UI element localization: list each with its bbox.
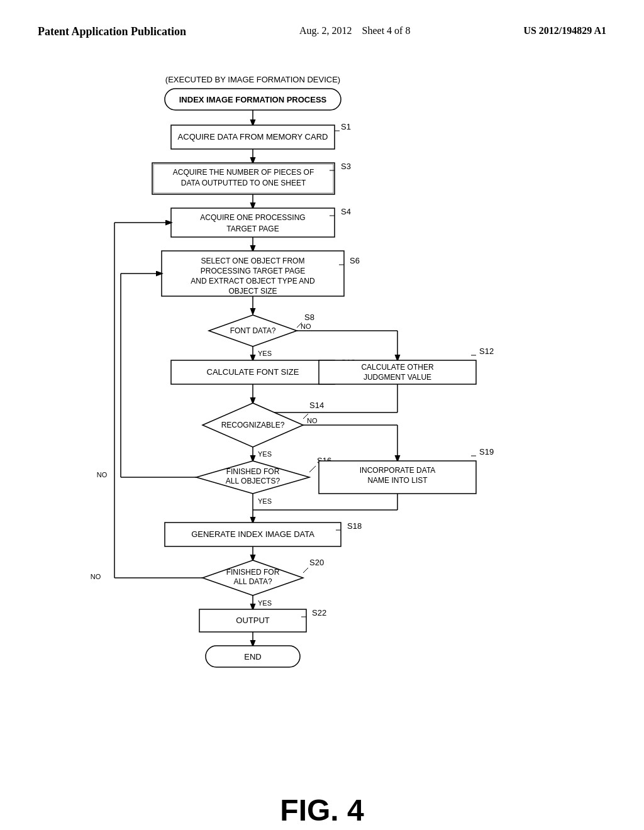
s20-no-label: NO bbox=[91, 573, 101, 580]
s4-label-line2: TARGET PAGE bbox=[226, 224, 279, 233]
s4-step-label: S4 bbox=[341, 207, 351, 216]
figure-label: FIG. 4 bbox=[0, 793, 644, 827]
s14-yes-label: YES bbox=[258, 450, 272, 458]
publication-title: Patent Application Publication bbox=[38, 25, 186, 38]
publication-date: Aug. 2, 2012 bbox=[299, 25, 352, 36]
end-label: END bbox=[244, 652, 261, 661]
s6-label-line2: PROCESSING TARGET PAGE bbox=[201, 267, 305, 275]
s19-label-line1: INCORPORATE DATA bbox=[360, 466, 436, 475]
s8-no-label: NO bbox=[301, 323, 311, 330]
s19-label-line2: NAME INTO LIST bbox=[367, 476, 428, 485]
s14-label: RECOGNIZABLE? bbox=[221, 421, 285, 429]
s6-label-line4: OBJECT SIZE bbox=[228, 287, 277, 296]
flowchart-diagram: (EXECUTED BY IMAGE FORMATION DEVICE) IND… bbox=[0, 51, 644, 780]
s8-label: FONT DATA? bbox=[230, 326, 276, 335]
s20-step-label: S20 bbox=[309, 558, 324, 567]
s22-step-label: S22 bbox=[312, 608, 326, 617]
s19-step-label: S19 bbox=[479, 447, 494, 456]
s20-label-line1: FINISHED FOR bbox=[226, 568, 280, 577]
s6-step-label: S6 bbox=[350, 256, 360, 265]
s10-label: CALCULATE FONT SIZE bbox=[207, 367, 299, 377]
title-note: (EXECUTED BY IMAGE FORMATION DEVICE) bbox=[165, 75, 340, 84]
s6-label-line3: AND EXTRACT OBJECT TYPE AND bbox=[191, 277, 315, 285]
s3-label-line2: DATA OUTPUTTED TO ONE SHEET bbox=[181, 179, 306, 187]
s14-no-label: NO bbox=[307, 417, 318, 424]
s20-step-line bbox=[303, 568, 308, 573]
s3-label-line1: ACQUIRE THE NUMBER OF PIECES OF bbox=[173, 168, 314, 177]
header-date-sheet: Aug. 2, 2012 Sheet 4 of 8 bbox=[299, 25, 410, 36]
s16-no-label: NO bbox=[97, 471, 108, 479]
s16-label-line1: FINISHED FOR bbox=[226, 467, 280, 476]
s3-step-label: S3 bbox=[341, 162, 351, 171]
flowchart-svg: (EXECUTED BY IMAGE FORMATION DEVICE) IND… bbox=[39, 64, 605, 768]
s12-label-line1: CALCULATE OTHER bbox=[361, 363, 433, 372]
title-box-label: INDEX IMAGE FORMATION PROCESS bbox=[179, 95, 327, 104]
s22-label: OUTPUT bbox=[236, 616, 270, 625]
sheet-info: Sheet 4 of 8 bbox=[362, 25, 411, 36]
s20-label-line2: ALL DATA? bbox=[233, 577, 272, 586]
s16-label-line2: ALL OBJECTS? bbox=[226, 477, 280, 485]
s12-label-line2: JUDGMENT VALUE bbox=[364, 373, 431, 382]
s1-label: ACQUIRE DATA FROM MEMORY CARD bbox=[178, 132, 328, 141]
s18-step-label: S18 bbox=[347, 521, 362, 531]
s14-step-label: S14 bbox=[309, 401, 324, 410]
patent-number: US 2012/194829 A1 bbox=[523, 25, 606, 36]
s12-step-label: S12 bbox=[479, 346, 494, 356]
s16-step-line bbox=[309, 466, 316, 472]
s4-label-line1: ACQUIRE ONE PROCESSING bbox=[200, 213, 305, 222]
s1-step-label: S1 bbox=[341, 122, 351, 131]
s16-yes-label: YES bbox=[258, 497, 272, 505]
s8-yes-label: YES bbox=[258, 350, 272, 357]
s20-yes-label: YES bbox=[258, 599, 272, 607]
s8-step-label: S8 bbox=[304, 313, 314, 322]
s6-label-line1: SELECT ONE OBJECT FROM bbox=[201, 257, 305, 265]
s18-label: GENERATE INDEX IMAGE DATA bbox=[191, 529, 314, 539]
page-header: Patent Application Publication Aug. 2, 2… bbox=[0, 0, 644, 51]
